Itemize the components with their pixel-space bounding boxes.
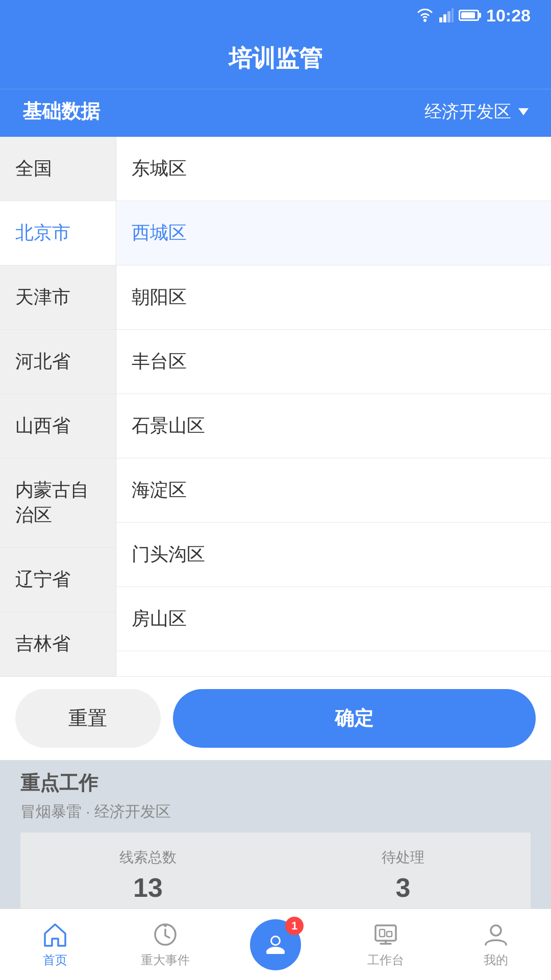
nav-label-profile: 我的 [484,952,508,968]
svg-rect-9 [380,929,385,937]
stat-pending-label: 待处理 [291,848,515,867]
left-item-shanxi[interactable]: 山西省 [0,394,116,458]
profile-icon [483,921,509,948]
nav-item-events[interactable]: 重大事件 [110,921,220,968]
svg-point-7 [272,937,279,944]
left-item-quanguo[interactable]: 全国 [0,137,116,201]
svg-rect-8 [375,925,396,941]
subtitle-label: 基础数据 [22,99,100,125]
svg-point-11 [491,925,501,936]
app-title: 培训监管 [0,43,551,75]
fab-badge: 1 [285,917,304,935]
fab-button[interactable]: 1 [250,919,301,970]
svg-rect-10 [387,932,392,937]
right-item-haidian[interactable]: 海淀区 [116,458,551,523]
battery-icon [459,10,479,21]
svg-rect-1 [439,17,442,22]
button-row: 重置 确定 [0,676,551,760]
home-icon [42,921,68,948]
status-bar: 10:28 [0,0,551,31]
right-item-shijingshan[interactable]: 石景山区 [116,394,551,458]
workspace-icon [372,921,399,948]
stat-total: 线索总数 13 [20,832,276,918]
left-item-neimenggu[interactable]: 内蒙古自治区 [0,458,116,548]
svg-rect-4 [452,8,454,22]
bg-content: 重点工作 冒烟暴雷 · 经济开发区 线索总数 13 待处理 3 [0,760,551,928]
bg-subtitle: 冒烟暴雷 · 经济开发区 [20,801,531,822]
bg-title: 重点工作 [20,770,531,796]
nav-label-home: 首页 [43,952,67,968]
nav-label-workspace: 工作台 [367,952,404,968]
stat-pending: 待处理 3 [276,832,531,918]
events-icon [152,921,179,948]
selection-panel: 全国 北京市 天津市 河北省 山西省 内蒙古自治区 辽宁省 吉林省 东城区 西城… [0,137,551,676]
right-item-fangshan[interactable]: 房山区 [116,587,551,651]
left-item-beijing[interactable]: 北京市 [0,201,116,265]
wifi-icon [416,9,434,22]
confirm-button[interactable]: 确定 [173,689,536,748]
stat-pending-value: 3 [291,872,515,903]
right-item-mentougou[interactable]: 门头沟区 [116,523,551,587]
svg-point-0 [423,19,427,22]
left-item-hebei[interactable]: 河北省 [0,330,116,394]
svg-rect-3 [447,11,450,22]
nav-item-home[interactable]: 首页 [0,921,110,968]
right-column: 东城区 西城区 朝阳区 丰台区 石景山区 海淀区 门头沟区 房山区 [116,137,551,676]
right-item-chaoyang[interactable]: 朝阳区 [116,265,551,330]
status-icons [416,8,479,22]
left-column: 全国 北京市 天津市 河北省 山西省 内蒙古自治区 辽宁省 吉林省 [0,137,116,676]
left-item-jilin[interactable]: 吉林省 [0,612,116,676]
region-dropdown[interactable]: 经济开发区 [424,100,529,124]
signal-icon [439,8,454,22]
region-label: 经济开发区 [424,100,511,124]
selection-modal: 全国 北京市 天津市 河北省 山西省 内蒙古自治区 辽宁省 吉林省 东城区 西城… [0,137,551,760]
stats-row: 线索总数 13 待处理 3 [20,832,531,918]
nav-item-profile[interactable]: 我的 [441,921,551,968]
fab-container: 1 [220,919,331,970]
nav-label-events: 重大事件 [141,952,190,968]
left-item-liaoning[interactable]: 辽宁省 [0,548,116,612]
right-item-xicheng[interactable]: 西城区 [116,201,551,265]
app-header: 培训监管 [0,31,551,89]
left-item-tianjin[interactable]: 天津市 [0,265,116,330]
dropdown-arrow-icon [518,108,529,115]
fab-icon [264,934,287,956]
svg-rect-2 [443,14,446,22]
right-item-fengtai[interactable]: 丰台区 [116,330,551,394]
right-item-dongcheng[interactable]: 东城区 [116,137,551,201]
reset-button[interactable]: 重置 [15,689,161,748]
time-display: 10:28 [486,6,531,26]
nav-item-workspace[interactable]: 工作台 [331,921,441,968]
stat-total-value: 13 [36,872,260,903]
bottom-nav: 首页 重大事件 1 工作台 [0,909,551,980]
stat-total-label: 线索总数 [36,848,260,867]
subtitle-bar: 基础数据 经济开发区 [0,89,551,137]
